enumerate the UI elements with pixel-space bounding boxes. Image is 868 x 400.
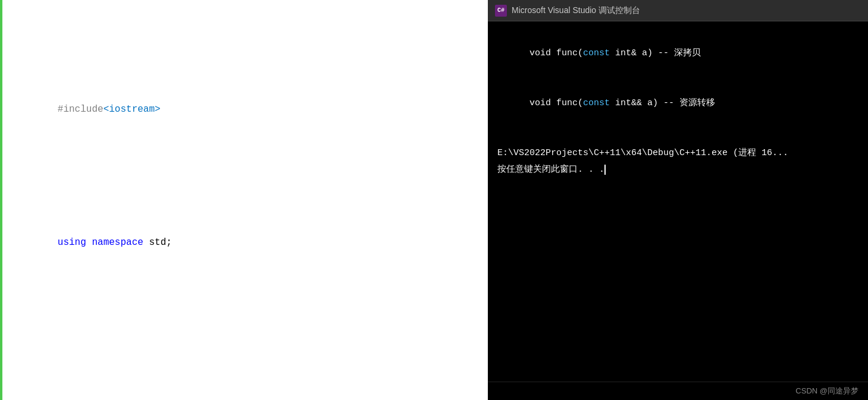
include-directive: #include	[58, 104, 104, 115]
debug-line-4: E:\VS2022Projects\C++11\x64\Debug\C++11.…	[497, 145, 858, 162]
cursor	[604, 165, 606, 175]
debug-line-2: void func(const int&& a) -- 资源转移	[497, 78, 858, 128]
debug-title: Microsoft Visual Studio 调试控制台	[512, 5, 640, 16]
debug-footer-text: CSDN @同途异梦	[795, 386, 858, 395]
vs-icon: C#	[495, 5, 507, 17]
code-line-2: using namespace std;	[12, 214, 488, 271]
kw-namespace: namespace	[92, 237, 143, 248]
debug-title-bar: C# Microsoft Visual Studio 调试控制台	[488, 0, 868, 21]
debug-line-5: 按任意键关闭此窗口. . .	[497, 162, 858, 178]
kw-using: using	[58, 237, 86, 248]
include-lib: <iostream>	[104, 104, 161, 115]
debug-console-panel: C# Microsoft Visual Studio 调试控制台 void fu…	[488, 0, 868, 400]
debug-line-3	[497, 128, 858, 145]
code-line-1: #include<iostream>	[12, 81, 488, 138]
code-line-3	[12, 347, 488, 366]
debug-line-1: void func(const int& a) -- 深拷贝	[497, 29, 858, 78]
output-text-1: void func(	[529, 48, 583, 58]
output-text-2: void func(	[529, 98, 583, 108]
debug-footer: CSDN @同途异梦	[488, 382, 868, 400]
code-editor: #include<iostream> using namespace std; …	[0, 0, 488, 400]
code-content: #include<iostream> using namespace std; …	[0, 0, 488, 400]
debug-output: void func(const int& a) -- 深拷贝 void func…	[488, 21, 868, 382]
